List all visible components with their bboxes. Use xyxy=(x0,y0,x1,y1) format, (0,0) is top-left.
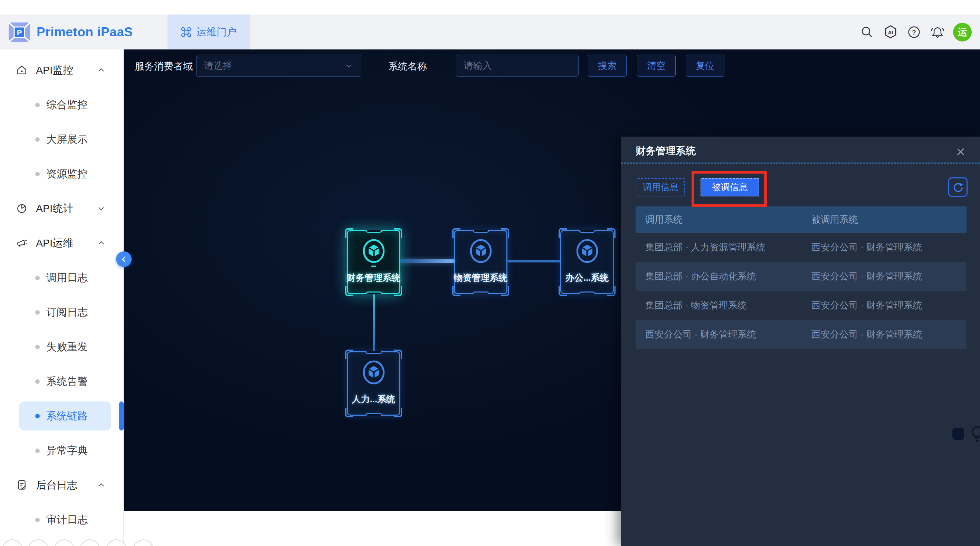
sidebar-group-api-operations[interactable]: API运维 xyxy=(0,233,124,254)
consumer-domain-select[interactable]: 请选择 xyxy=(196,54,361,77)
tab-ops-portal[interactable]: 运维门户 xyxy=(167,14,250,49)
system-name-label: 系统名称 xyxy=(388,60,427,73)
system-name-field xyxy=(456,54,579,77)
cube-icon xyxy=(362,239,385,263)
search-button[interactable]: 搜索 xyxy=(588,54,627,77)
chevron-down-icon xyxy=(344,61,353,70)
edge-finance-hr xyxy=(373,294,375,352)
sidebar-collapse-button[interactable] xyxy=(116,251,132,267)
table-header-row: 调用系统 被调用系统 xyxy=(636,206,967,233)
callee-cell: 西安分公司 - 财务管理系统 xyxy=(811,328,967,341)
chevron-up-icon xyxy=(97,481,106,490)
audit-doc-icon xyxy=(16,479,28,491)
column-header-caller: 调用系统 xyxy=(636,213,811,226)
sidebar-item-failed-resend[interactable]: 失败重发 xyxy=(0,337,124,357)
svg-text:P: P xyxy=(17,28,22,37)
node-office-system[interactable]: 办公...系统 xyxy=(560,230,614,294)
system-name-input[interactable] xyxy=(456,55,578,77)
edge-finance-material xyxy=(400,259,456,263)
panel-title: 财务管理系统 xyxy=(636,144,696,158)
table-row[interactable]: 集团总部 - 物资管理系统 西安分公司 - 财务管理系统 xyxy=(636,291,967,320)
sidebar-item-label: 订阅日志 xyxy=(46,305,88,319)
caller-cell: 集团总部 - 人力资源管理系统 xyxy=(636,241,811,254)
sidebar-group-api-monitoring[interactable]: API监控 xyxy=(0,60,124,81)
bullet-dot xyxy=(35,518,40,522)
cube-icon xyxy=(469,239,492,263)
search-icon[interactable] xyxy=(859,24,875,40)
command-icon xyxy=(181,27,192,38)
sidebar-item-call-logs[interactable]: 调用日志 xyxy=(0,267,124,288)
bullet-dot xyxy=(35,276,40,280)
svg-text:?: ? xyxy=(912,29,916,36)
select-placeholder: 请选择 xyxy=(204,59,232,72)
tab-called-info[interactable]: 被调信息 xyxy=(700,178,759,196)
sidebar-item-resource-monitoring[interactable]: 资源监控 xyxy=(0,164,124,184)
more-icon[interactable]: ⋯ xyxy=(133,540,153,546)
reset-button[interactable]: 复位 xyxy=(686,54,724,77)
ai-icon[interactable]: AI xyxy=(883,24,899,40)
app-title: Primeton iPaaS xyxy=(37,25,133,40)
sidebar-item-label: 异常字典 xyxy=(46,444,88,458)
node-label: 物资管理系统 xyxy=(452,272,510,284)
bell-icon[interactable] xyxy=(929,24,945,40)
help-icon[interactable]: ? xyxy=(906,24,922,40)
sidebar-item-subscription-logs[interactable]: 订阅日志 xyxy=(0,302,124,322)
chevron-up-icon xyxy=(97,66,106,75)
sidebar-item-system-links[interactable]: 系统链路 xyxy=(0,406,124,426)
table-row[interactable]: 集团总部 - 人力资源管理系统 西安分公司 - 财务管理系统 xyxy=(636,233,967,262)
sidebar-item-label: 综合监控 xyxy=(46,98,88,112)
svg-text:AI: AI xyxy=(888,29,893,35)
caller-cell: 集团总部 - 物资管理系统 xyxy=(636,299,811,311)
app-logo: P Primeton iPaaS xyxy=(8,14,133,49)
node-label: 办公...系统 xyxy=(558,272,616,284)
detail-panel: 财务管理系统 调用信息 被调信息 调用系统 被调用系统 集团总部 - 人力资源管… xyxy=(621,137,980,546)
sidebar-group-api-statistics[interactable]: API统计 xyxy=(0,198,124,219)
sidebar-item-system-alerts[interactable]: 系统告警 xyxy=(0,371,124,392)
caller-cell: 西安分公司 - 财务管理系统 xyxy=(636,328,811,341)
bullet-dot xyxy=(35,345,40,349)
sidebar-item-label: 审计日志 xyxy=(46,513,88,527)
bullet-dot xyxy=(35,449,40,453)
node-label: 财务管理系统 xyxy=(344,272,403,284)
megaphone-icon xyxy=(16,237,28,249)
sidebar-item-exception-dictionary[interactable]: 异常字典 xyxy=(0,440,124,461)
sidebar-item-label: API监控 xyxy=(36,63,73,77)
table-row[interactable]: 西安分公司 - 财务管理系统 西安分公司 - 财务管理系统 xyxy=(636,320,967,349)
node-finance-system[interactable]: 财务管理系统 xyxy=(347,230,400,294)
dashed-divider xyxy=(621,163,980,164)
avatar[interactable]: 运 xyxy=(953,23,972,42)
sidebar-item-label: API统计 xyxy=(36,201,73,216)
edge-material-office xyxy=(508,260,562,262)
sidebar: API监控 综合监控 大屏展示 资源监控 API统计 API运维 调用日志 订阅… xyxy=(0,49,124,546)
selected-item-edge-indicator xyxy=(119,401,124,431)
clear-button[interactable]: 清空 xyxy=(637,54,676,77)
chevron-down-icon xyxy=(97,204,106,213)
sidebar-item-label: 系统告警 xyxy=(46,375,88,389)
refresh-icon xyxy=(952,181,964,193)
caller-cell: 集团总部 - 办公自动化系统 xyxy=(636,270,811,283)
pie-chart-icon xyxy=(16,203,28,214)
bullet-dot xyxy=(35,379,40,384)
sidebar-group-backend-logs[interactable]: 后台日志 xyxy=(0,475,124,495)
node-hr-system[interactable]: 人力...系统 xyxy=(347,351,400,416)
chevron-left-icon xyxy=(120,255,128,263)
consumer-domain-label: 服务消费者域 xyxy=(135,60,193,73)
close-icon[interactable] xyxy=(955,145,967,158)
sidebar-item-comprehensive-monitoring[interactable]: 综合监控 xyxy=(0,94,124,115)
primeton-logo-icon: P xyxy=(8,22,30,42)
cube-icon xyxy=(576,239,599,263)
cube-icon xyxy=(362,360,385,385)
refresh-button[interactable] xyxy=(948,177,967,197)
sidebar-item-label: 后台日志 xyxy=(36,478,77,492)
bullet-dot xyxy=(35,137,40,142)
callee-cell: 西安分公司 - 财务管理系统 xyxy=(811,299,967,311)
callee-cell: 西安分公司 - 财务管理系统 xyxy=(811,241,967,254)
tab-call-info[interactable]: 调用信息 xyxy=(636,178,685,196)
sidebar-item-audit-logs[interactable]: 审计日志 xyxy=(0,509,124,530)
bulb-icon[interactable] xyxy=(969,425,980,444)
portal-tab-label: 运维门户 xyxy=(197,25,237,39)
table-row[interactable]: 集团总部 - 办公自动化系统 西安分公司 - 财务管理系统 xyxy=(636,262,967,291)
node-material-system[interactable]: 物资管理系统 xyxy=(454,230,508,294)
sidebar-item-big-screen[interactable]: 大屏展示 xyxy=(0,129,124,150)
sidebar-item-label: 调用日志 xyxy=(46,271,88,285)
